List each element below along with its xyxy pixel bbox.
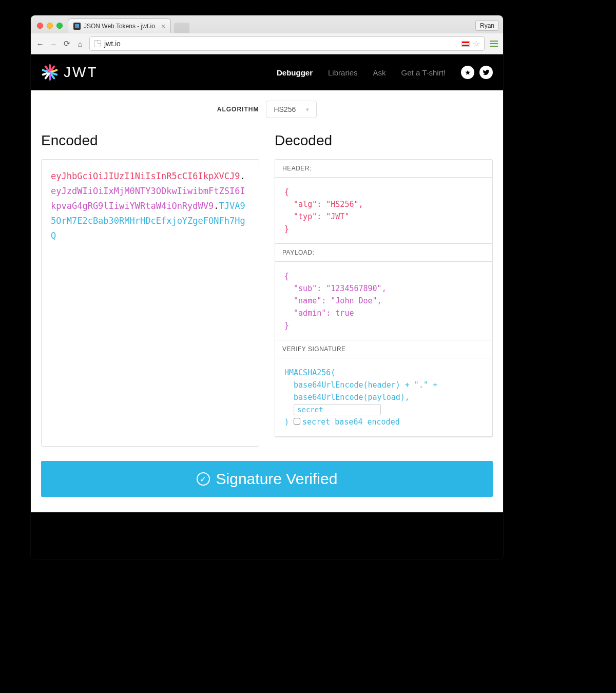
favicon-icon [73,23,81,30]
reload-button[interactable]: ⟳ [63,40,71,48]
encoded-header: eyJhbGciOiJIUzI1NiIsInR5cCI6IkpXVCJ9 [51,171,240,181]
nav-ask[interactable]: Ask [373,68,386,77]
nav-debugger[interactable]: Debugger [277,68,313,77]
decoded-box: HEADER: { "alg": "HS256", "typ": "JWT" }… [275,159,493,437]
nav-libraries[interactable]: Libraries [328,68,358,77]
sig-close: ) [284,417,294,427]
sig-line-2: base64UrlEncode(header) + "." + [284,380,437,390]
url-bar[interactable]: jwt.io ☆ [89,36,485,51]
tab-close-button[interactable]: × [161,22,165,30]
verify-signature-title: VERIFY SIGNATURE [275,340,492,358]
nav-links: Debugger Libraries Ask Get a T-shirt! [277,68,446,77]
jwt-logo[interactable]: JWT [41,64,98,81]
window-minimize-button[interactable] [47,23,53,29]
chevron-down-icon: ▾ [306,106,309,113]
translate-icon[interactable] [461,41,470,47]
brand-text: JWT [64,64,98,81]
forward-button[interactable]: → [49,40,57,48]
page-icon [94,40,101,47]
bookmark-icon[interactable]: ☆ [473,39,480,49]
window-maximize-button[interactable] [56,23,63,29]
new-tab-button[interactable] [174,23,189,33]
secret-input[interactable] [294,404,381,415]
signature-body: HMACSHA256( base64UrlEncode(header) + ".… [275,358,492,437]
algorithm-label: ALGORITHM [217,106,259,113]
encoded-token-area[interactable]: eyJhbGciOiJIUzI1NiIsInR5cCI6IkpXVCJ9.eyJ… [41,159,259,447]
jwt-burst-icon [41,64,59,81]
window-close-button[interactable] [37,23,43,29]
decoded-header-title: HEADER: [275,160,492,178]
sig-line-3: base64UrlEncode(payload), [284,393,410,402]
decoded-payload-title: PAYLOAD: [275,244,492,262]
encoded-heading: Encoded [41,132,259,149]
secret-base64-label: secret base64 encoded [302,417,400,427]
back-button[interactable]: ← [36,40,44,48]
decoded-heading: Decoded [275,132,493,149]
algorithm-value: HS256 [274,105,296,113]
check-circle-icon: ✓ [197,472,210,486]
twitter-icon[interactable] [479,66,493,79]
url-text: jwt.io [104,40,121,48]
home-button[interactable]: ⌂ [76,40,84,48]
decoded-payload-body[interactable]: { "sub": "1234567890", "name": "John Doe… [275,262,492,340]
sig-line-1: HMACSHA256( [284,368,335,377]
secret-base64-checkbox[interactable] [294,418,300,425]
browser-tab[interactable]: JSON Web Tokens - jwt.io × [68,18,171,33]
nav-tshirt[interactable]: Get a T-shirt! [401,68,446,77]
algorithm-select[interactable]: HS256 ▾ [266,101,317,118]
signature-verified-banner: ✓ Signature Verified [41,461,493,497]
star-social-icon[interactable]: ★ [461,66,474,79]
banner-text: Signature Verified [216,470,338,488]
menu-button[interactable] [490,41,498,47]
profile-badge[interactable]: Ryan [475,21,499,31]
decoded-header-body[interactable]: { "alg": "HS256", "typ": "JWT" } [275,178,492,244]
tab-title: JSON Web Tokens - jwt.io [84,23,155,30]
